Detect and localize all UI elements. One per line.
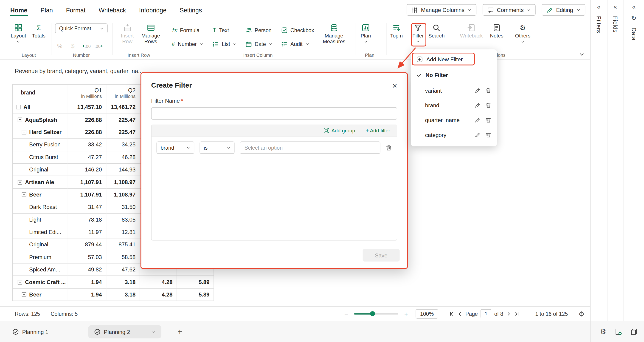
writeback-button[interactable]: Writeback [460, 24, 483, 39]
last-page-icon[interactable] [514, 311, 520, 316]
brand-cell[interactable]: Original [13, 164, 67, 176]
q2-cell[interactable]: 46.28 [106, 151, 140, 164]
text-column-button[interactable]: T Text [213, 25, 229, 35]
field-select[interactable]: brand [156, 141, 194, 154]
brand-cell[interactable]: Artisan Ale [13, 176, 67, 188]
q2-cell[interactable]: 3.18 [106, 289, 140, 301]
editing-mode-button[interactable]: Editing [542, 4, 586, 16]
zoom-slider[interactable] [354, 311, 398, 316]
date-column-button[interactable]: Date [246, 39, 272, 49]
q1-cell[interactable]: 146.20 [67, 164, 106, 176]
q1-cell[interactable]: 1,107.91 [67, 189, 106, 201]
number-column-button[interactable]: # Number [172, 39, 204, 49]
q2-cell[interactable]: 225.47 [106, 126, 140, 139]
plan-button[interactable]: Plan [361, 24, 371, 44]
person-column-button[interactable]: Person [246, 25, 272, 35]
gear-icon[interactable]: ⚙ [600, 327, 606, 336]
brand-cell[interactable]: Light [13, 213, 67, 226]
zoom-level[interactable]: 100% [416, 309, 438, 318]
q1-cell[interactable]: 226.88 [67, 126, 106, 139]
add-filter-button[interactable]: + Add filter [366, 128, 390, 133]
q1-cell[interactable]: 11.97 [67, 226, 106, 239]
increase-decimal-button[interactable]: .00 [94, 41, 104, 51]
q1-cell[interactable]: 226.88 [67, 114, 106, 126]
totals-button[interactable]: Σ Totals [32, 24, 46, 39]
sheets-stack-icon[interactable] [630, 328, 637, 335]
q1-cell[interactable]: 57.03 [67, 251, 106, 263]
no-filter-item[interactable]: No Filter [411, 67, 497, 83]
q1-cell[interactable]: 33.42 [67, 139, 106, 151]
page-input[interactable] [481, 309, 492, 318]
data-panel-rail[interactable]: « ↻ Data [623, 0, 644, 321]
saved-filter-item[interactable]: brand [411, 98, 497, 113]
collapse-row-icon[interactable] [18, 117, 22, 122]
manage-measures-button[interactable]: Manage Measures [323, 24, 345, 45]
manage-columns-button[interactable]: Manage Columns [406, 4, 476, 16]
trash-icon[interactable] [386, 145, 392, 151]
q1-cell[interactable]: 49.82 [67, 264, 106, 276]
brand-cell[interactable]: Cosmic Craft ... [13, 276, 67, 288]
prev-page-icon[interactable] [457, 311, 462, 316]
trash-icon[interactable] [485, 102, 491, 108]
filters-panel-rail[interactable]: « Filters [590, 0, 607, 321]
add-sheet-button[interactable]: + [178, 327, 182, 336]
filter-button[interactable]: Filter [412, 24, 424, 44]
brand-cell[interactable]: Original [13, 239, 67, 251]
percent-format-button[interactable]: % [55, 41, 64, 51]
brand-cell[interactable]: Dark Roast [13, 201, 67, 213]
menu-item[interactable]: Plan [40, 3, 53, 17]
collapse-row-icon[interactable] [22, 130, 26, 134]
brand-cell[interactable]: Beer [13, 189, 67, 201]
others-button[interactable]: ⚙ Others [515, 24, 530, 44]
insert-row-button[interactable]: Insert Row [116, 24, 138, 45]
q2-cell[interactable]: 13,461.72 [106, 101, 140, 114]
brand-cell[interactable]: Limited Edi... [13, 226, 67, 239]
brand-cell[interactable]: All [13, 101, 67, 114]
zoom-slider-handle[interactable] [370, 311, 375, 316]
menu-item[interactable]: Writeback [98, 3, 126, 17]
pencil-icon[interactable] [475, 132, 480, 138]
layout-button[interactable]: Layout [11, 24, 26, 44]
menu-item[interactable]: Format [66, 3, 86, 17]
fields-panel-rail[interactable]: « Fields [607, 0, 623, 321]
q2-cell[interactable]: 1,108.97 [106, 176, 140, 188]
q2-cell[interactable]: 34.25 [106, 139, 140, 151]
sheet-tab[interactable]: Planning 1 [12, 328, 48, 335]
top-n-button[interactable]: Top n [390, 24, 403, 39]
search-button[interactable]: Search [428, 24, 445, 39]
trash-icon[interactable] [485, 117, 491, 123]
comments-button[interactable]: Comments [482, 4, 536, 16]
first-page-icon[interactable] [449, 311, 454, 316]
q1-column-header[interactable]: Q1 in Millions [67, 85, 106, 101]
add-new-filter-item[interactable]: Add New Filter [411, 52, 497, 66]
trash-icon[interactable] [485, 132, 491, 138]
brand-cell[interactable]: Beer [13, 289, 67, 301]
brand-cell[interactable]: Citrus Burst [13, 151, 67, 164]
filter-name-input[interactable] [151, 107, 397, 120]
saved-filter-item[interactable]: category [411, 128, 497, 142]
q1-cell[interactable]: 1.94 [67, 276, 106, 288]
q3-cell[interactable]: 4.28 [140, 289, 177, 301]
q2-cell[interactable]: 3.18 [106, 276, 140, 288]
q2-cell[interactable]: 1,108.97 [106, 189, 140, 201]
q1-cell[interactable]: 13,457.10 [67, 101, 106, 114]
menu-item[interactable]: Settings [179, 3, 202, 17]
collapse-row-icon[interactable] [22, 292, 26, 297]
q1-cell[interactable]: 31.47 [67, 201, 106, 213]
close-icon[interactable]: × [392, 81, 397, 90]
pencil-icon[interactable] [475, 117, 480, 123]
quick-format-select[interactable]: Quick Format [55, 24, 108, 33]
currency-format-button[interactable]: $ [68, 41, 78, 51]
q1-cell[interactable]: 78.18 [67, 213, 106, 226]
expand-panel-icon[interactable]: « [597, 3, 600, 10]
q2-cell[interactable]: 83.05 [106, 213, 140, 226]
notes-button[interactable]: Notes [490, 24, 503, 39]
q2-cell[interactable]: 31.50 [106, 201, 140, 213]
saved-filter-item[interactable]: quarter_name [411, 113, 497, 127]
zoom-in-button[interactable]: + [403, 310, 409, 317]
brand-cell[interactable]: Berry Fusion [13, 139, 67, 151]
collapse-row-icon[interactable] [18, 280, 22, 284]
manage-rows-button[interactable]: Manage Rows [140, 24, 162, 45]
decrease-decimal-button[interactable]: .00 [81, 41, 91, 51]
q2-cell[interactable]: 58.58 [106, 251, 140, 263]
